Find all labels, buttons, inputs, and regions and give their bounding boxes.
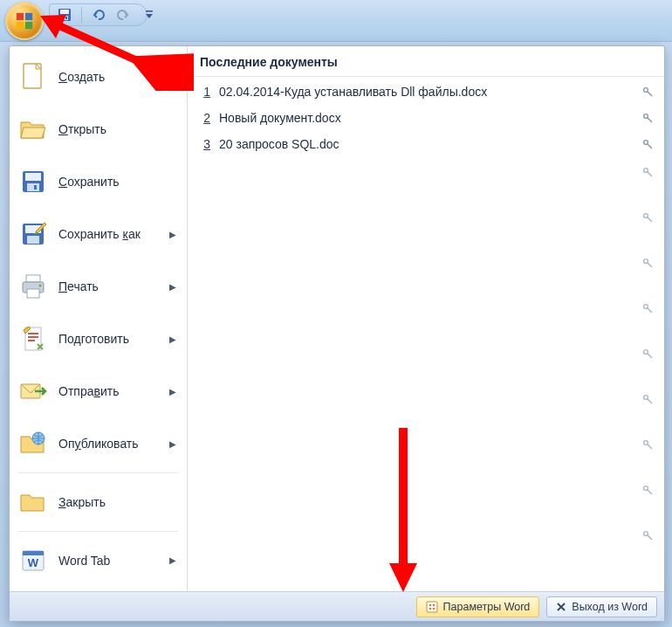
pin-icon — [641, 257, 654, 269]
recent-filename: 20 запросов SQL.doc — [219, 137, 631, 151]
word-tab-icon: W — [18, 546, 48, 575]
svg-line-30 — [648, 92, 653, 97]
svg-rect-53 — [427, 602, 437, 612]
save-as-icon — [18, 219, 48, 249]
menu-open-label: Открыть — [58, 122, 176, 136]
office-logo-icon — [15, 11, 34, 31]
menu-save[interactable]: Сохранить — [13, 156, 183, 207]
svg-point-55 — [432, 603, 435, 606]
recent-document-item[interactable]: 3 20 запросов SQL.doc — [188, 131, 664, 157]
save-disk-icon — [18, 167, 48, 196]
open-folder-icon — [18, 114, 48, 144]
undo-icon — [92, 8, 106, 22]
recent-index: 1 — [198, 85, 210, 99]
svg-line-48 — [648, 444, 653, 450]
qat-customize-button[interactable] — [143, 8, 155, 22]
svg-rect-13 — [25, 173, 41, 181]
svg-rect-21 — [27, 289, 39, 298]
svg-point-22 — [39, 285, 42, 287]
close-icon — [556, 602, 566, 612]
office-button[interactable] — [5, 2, 44, 40]
menu-new[interactable]: Создать — [13, 52, 183, 102]
svg-point-56 — [429, 607, 431, 610]
menu-column: Создать Открыть Сохранить Сохранить как — [10, 46, 188, 591]
pin-icon — [641, 393, 654, 405]
svg-line-34 — [648, 144, 653, 149]
pin-placeholder — [640, 527, 655, 543]
svg-point-57 — [432, 607, 435, 610]
recent-document-item[interactable]: 2 Новый документ.docx — [188, 105, 664, 131]
redo-icon — [116, 8, 130, 22]
pin-placeholder — [640, 164, 655, 180]
word-options-button[interactable]: Параметры Word — [416, 596, 540, 617]
menu-send[interactable]: Отправить ▶ — [13, 366, 183, 417]
word-options-label: Параметры Word — [443, 601, 531, 613]
pin-icon — [641, 166, 654, 178]
pin-button[interactable] — [640, 110, 655, 126]
pin-icon — [641, 484, 654, 496]
qat-undo-button[interactable] — [91, 7, 106, 23]
pin-icon — [641, 438, 654, 451]
qat-redo-button[interactable] — [115, 7, 131, 23]
pin-placeholder — [640, 255, 655, 271]
svg-rect-19 — [26, 275, 40, 282]
title-bar — [0, 0, 672, 42]
submenu-arrow-icon: ▶ — [169, 334, 176, 344]
menu-send-label: Отправить — [58, 384, 157, 398]
svg-line-44 — [648, 354, 653, 359]
submenu-arrow-icon: ▶ — [169, 439, 176, 449]
exit-word-button[interactable]: Выход из Word — [546, 596, 657, 617]
svg-point-54 — [429, 603, 431, 606]
pin-icon — [641, 348, 654, 360]
pin-placeholder — [640, 346, 655, 362]
quick-access-toolbar — [49, 3, 147, 26]
svg-line-52 — [648, 535, 653, 541]
save-icon — [58, 8, 72, 22]
pin-placeholder-stack — [640, 164, 655, 543]
svg-line-50 — [648, 490, 653, 495]
svg-line-46 — [648, 399, 653, 404]
qat-separator — [81, 7, 82, 23]
submenu-arrow-icon: ▶ — [169, 387, 176, 396]
close-folder-icon — [18, 487, 48, 517]
recent-index: 3 — [198, 137, 210, 151]
menu-new-label: Создать — [58, 70, 176, 84]
new-document-icon — [18, 62, 48, 92]
svg-rect-18 — [27, 236, 39, 244]
pin-placeholder — [640, 391, 655, 407]
recent-documents-pane: Последние документы 1 02.04.2014-Куда ус… — [188, 46, 664, 591]
pin-placeholder — [640, 482, 655, 498]
pin-icon — [641, 138, 654, 150]
menu-prepare[interactable]: Подготовить ▶ — [13, 314, 183, 364]
svg-rect-8 — [146, 10, 153, 12]
send-icon — [18, 376, 48, 406]
svg-line-36 — [648, 172, 653, 177]
menu-close[interactable]: Закрыть — [13, 477, 183, 527]
menu-divider — [18, 531, 178, 532]
recent-documents-list: 1 02.04.2014-Куда устанавливать Dll файл… — [188, 77, 664, 591]
menu-save-as[interactable]: Сохранить как ▶ — [13, 209, 183, 259]
office-menu-panel: Создать Открыть Сохранить Сохранить как — [9, 45, 665, 622]
pin-placeholder — [640, 300, 655, 316]
menu-save-as-label: Сохранить как — [58, 227, 157, 241]
svg-rect-7 — [65, 17, 67, 19]
menu-prepare-label: Подготовить — [58, 332, 157, 346]
svg-rect-14 — [27, 183, 39, 191]
pin-button[interactable] — [640, 136, 655, 152]
menu-print[interactable]: Печать ▶ — [13, 261, 183, 312]
prepare-icon — [18, 324, 48, 354]
svg-rect-0 — [17, 13, 24, 20]
pin-button[interactable] — [640, 84, 655, 100]
pin-placeholder — [640, 210, 655, 225]
submenu-arrow-icon: ▶ — [169, 282, 176, 292]
svg-text:W: W — [28, 556, 39, 569]
menu-open[interactable]: Открыть — [13, 104, 183, 155]
recent-document-item[interactable]: 1 02.04.2014-Куда устанавливать Dll файл… — [188, 79, 664, 105]
svg-rect-1 — [25, 13, 32, 20]
svg-rect-3 — [25, 22, 32, 29]
menu-publish[interactable]: Опубликовать ▶ — [13, 418, 183, 469]
pin-icon — [641, 529, 654, 541]
menu-save-label: Сохранить — [58, 175, 176, 189]
menu-word-tab[interactable]: W Word Tab ▶ — [13, 535, 183, 586]
qat-save-button[interactable] — [57, 7, 72, 23]
